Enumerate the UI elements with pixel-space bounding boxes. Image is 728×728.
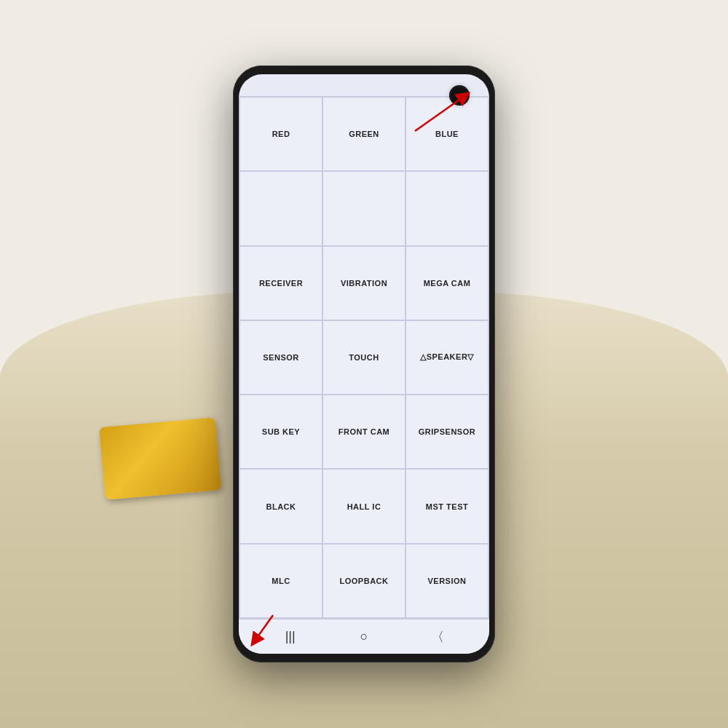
navigation-bar: ||| ○ 〈 <box>239 619 489 654</box>
cell-empty3 <box>405 171 488 245</box>
cell-front-cam[interactable]: FRONT CAM <box>323 395 405 469</box>
flex-cable <box>99 417 221 500</box>
cell-black[interactable]: BLACK <box>240 469 323 543</box>
cell-green[interactable]: GREEN <box>323 97 405 171</box>
scene: RED GREEN BLUE RECEIVER VIBRATION MEGA C… <box>0 0 728 728</box>
cell-sensor[interactable]: SENSOR <box>240 320 323 395</box>
cell-red[interactable]: RED <box>240 97 323 171</box>
cell-speaker[interactable]: △SPEAKER▽ <box>405 320 488 395</box>
recent-apps-button[interactable]: ||| <box>276 622 305 652</box>
cell-mlc[interactable]: MLC <box>240 544 323 618</box>
cell-empty2 <box>323 171 405 245</box>
phone-screen: RED GREEN BLUE RECEIVER VIBRATION MEGA C… <box>239 74 489 654</box>
back-button[interactable]: 〈 <box>423 622 452 652</box>
phone-body: RED GREEN BLUE RECEIVER VIBRATION MEGA C… <box>233 66 495 662</box>
cell-blue[interactable]: BLUE <box>405 97 488 171</box>
cell-version[interactable]: VERSION <box>405 544 488 618</box>
camera-hole <box>451 87 467 103</box>
cell-gripsensor[interactable]: GRIPSENSOR <box>405 395 488 469</box>
cell-touch[interactable]: TOUCH <box>323 320 405 395</box>
cell-receiver[interactable]: RECEIVER <box>240 246 323 320</box>
cell-sub-key[interactable]: SUB KEY <box>240 395 323 469</box>
test-menu-grid: RED GREEN BLUE RECEIVER VIBRATION MEGA C… <box>239 96 489 619</box>
cell-vibration[interactable]: VIBRATION <box>323 246 405 320</box>
cell-hall-ic[interactable]: HALL IC <box>323 469 405 543</box>
cell-mega-cam[interactable]: MEGA CAM <box>405 246 488 320</box>
cell-mst-test[interactable]: MST TEST <box>405 469 488 543</box>
cell-empty1 <box>240 171 323 245</box>
home-button[interactable]: ○ <box>349 622 379 652</box>
cell-loopback[interactable]: LOOPBACK <box>323 544 405 618</box>
